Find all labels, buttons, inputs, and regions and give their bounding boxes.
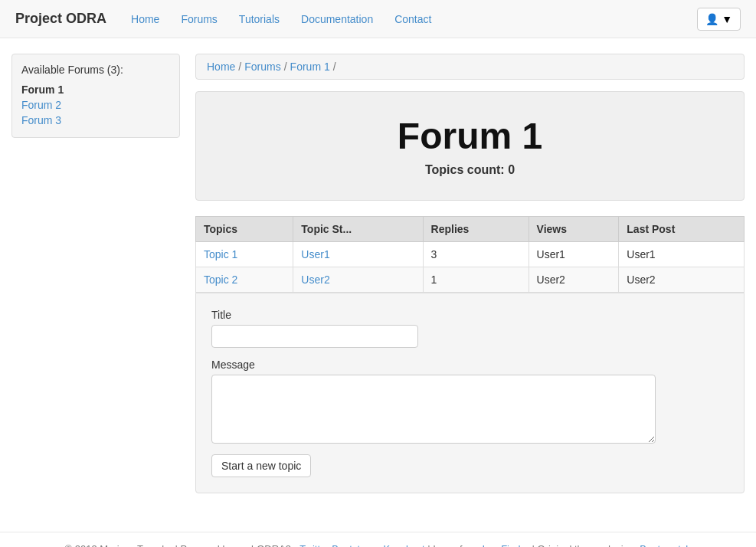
forum-title: Forum 1 — [211, 115, 728, 157]
row2-topic: Topic 2 — [196, 267, 293, 293]
row1-views: User1 — [529, 242, 619, 267]
message-textarea[interactable] — [211, 375, 656, 444]
sidebar-title: Available Forums (3): — [21, 64, 170, 76]
navbar-right: 👤 ▼ — [697, 8, 741, 31]
col-topics: Topics — [196, 217, 293, 242]
table-row: Topic 1 User1 3 User1 User1 — [196, 242, 745, 267]
title-label: Title — [211, 309, 728, 321]
title-group: Title — [211, 309, 728, 348]
breadcrumb: Home / Forums / Forum 1 / — [195, 54, 745, 80]
nav-links: Home Forums Tutorials Documentation Cont… — [122, 2, 697, 37]
sidebar-item-forum3[interactable]: Forum 3 — [21, 113, 170, 128]
message-label: Message — [211, 359, 728, 371]
row1-last-post: User1 — [619, 242, 745, 267]
row1-topic: Topic 1 — [196, 242, 293, 267]
breadcrumb-sep3: / — [333, 61, 336, 73]
topic2-starter-link[interactable]: User2 — [301, 274, 329, 286]
breadcrumb-sep2: / — [284, 61, 287, 73]
row1-starter: User1 — [293, 242, 423, 267]
topic1-link[interactable]: Topic 1 — [204, 248, 237, 260]
topic2-link[interactable]: Topic 2 — [204, 274, 237, 286]
footer-theme-text: | Original theme design: — [532, 543, 640, 547]
breadcrumb-sep1: / — [238, 61, 241, 73]
message-group: Message — [211, 359, 728, 444]
nav-documentation[interactable]: Documentation — [292, 2, 382, 37]
nav-tutorials[interactable]: Tutorials — [230, 2, 289, 37]
table-head: Topics Topic St... Replies Views Last Po… — [196, 217, 745, 242]
row2-replies: 1 — [423, 267, 529, 293]
breadcrumb-home[interactable]: Home — [207, 61, 235, 73]
footer-bootswatch-link[interactable]: Bootswatch — [640, 543, 691, 547]
topics-count: Topics count: 0 — [211, 163, 728, 177]
nav-contact[interactable]: Contact — [385, 2, 440, 37]
col-views: Views — [529, 217, 619, 242]
col-last-post: Last Post — [619, 217, 745, 242]
row2-views: User2 — [529, 267, 619, 293]
main-container: Available Forums (3): Forum 1 Forum 2 Fo… — [0, 38, 756, 509]
topics-count-label: Topics count: — [425, 163, 505, 176]
sidebar-item-forum1[interactable]: Forum 1 — [21, 82, 170, 97]
topic1-starter-link[interactable]: User1 — [301, 248, 329, 260]
title-input[interactable] — [211, 325, 418, 348]
forum-header: Forum 1 Topics count: 0 — [195, 91, 745, 201]
footer-bootstrap-link[interactable]: Twitter Bootstrap — [299, 543, 375, 547]
user-menu-button[interactable]: 👤 ▼ — [697, 8, 741, 31]
navbar: Project ODRA Home Forums Tutorials Docum… — [0, 0, 756, 38]
table-header-row: Topics Topic St... Replies Views Last Po… — [196, 217, 745, 242]
row2-starter: User2 — [293, 267, 423, 293]
col-replies: Replies — [423, 217, 529, 242]
breadcrumb-forums[interactable]: Forums — [244, 61, 280, 73]
footer-text: © 2013 Mariusz Trzaska | Powered by: web… — [65, 543, 300, 547]
row1-replies: 3 — [423, 242, 529, 267]
table-row: Topic 2 User2 1 User2 User2 — [196, 267, 745, 293]
brand-logo[interactable]: Project ODRA — [15, 11, 106, 27]
table-body: Topic 1 User1 3 User1 User1 Topic 2 User… — [196, 242, 745, 293]
user-dropdown-icon: ▼ — [722, 13, 732, 25]
nav-forums[interactable]: Forums — [172, 2, 226, 37]
topics-table: Topics Topic St... Replies Views Last Po… — [195, 216, 745, 293]
col-topic-starter: Topic St... — [293, 217, 423, 242]
new-topic-form: Title Message Start a new topic — [195, 293, 745, 493]
row2-last-post: User2 — [619, 267, 745, 293]
footer-iconfinder-link[interactable]: IconFinder — [483, 543, 529, 547]
nav-home[interactable]: Home — [122, 2, 169, 37]
sidebar: Available Forums (3): Forum 1 Forum 2 Fo… — [11, 54, 180, 138]
footer-icon-text: | Icons from — [427, 543, 482, 547]
sidebar-item-forum2[interactable]: Forum 2 — [21, 97, 170, 113]
footer: © 2013 Mariusz Trzaska | Powered by: web… — [0, 532, 756, 547]
user-icon: 👤 — [705, 13, 718, 25]
main-content: Home / Forums / Forum 1 / Forum 1 Topics… — [195, 54, 745, 493]
topics-count-value: 0 — [508, 163, 515, 176]
footer-knockout-link[interactable]: Knockout — [383, 543, 424, 547]
submit-button[interactable]: Start a new topic — [211, 454, 311, 477]
breadcrumb-forum1[interactable]: Forum 1 — [290, 61, 330, 73]
